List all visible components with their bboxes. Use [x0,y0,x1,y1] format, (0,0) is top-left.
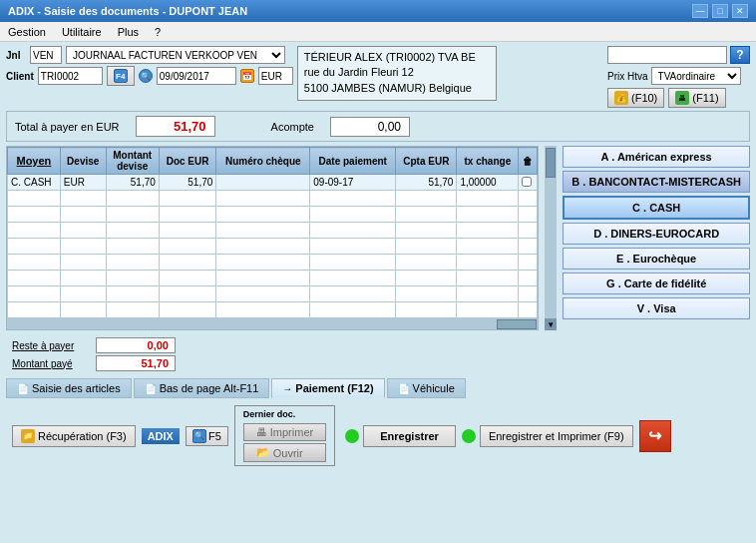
tab-bas-de-page[interactable]: 📄 Bas de page Alt-F11 [134,378,270,398]
menu-gestion[interactable]: Gestion [4,25,50,39]
payment-table: Moyen Devise Montantdevise Doc EUR Numér… [7,147,538,318]
menu-utilitaire[interactable]: Utilitaire [58,25,106,39]
recuperation-icon: 📁 [21,429,35,443]
scroll-down-arrow[interactable]: ▼ [545,318,557,330]
jnl-code-input[interactable] [30,46,62,64]
scrollbar-thumb-v [546,148,556,178]
cell-devise: EUR [60,175,106,191]
client-row: Client F4 🔍 📅 [6,66,293,86]
search-client-icon: 🔍 [139,69,153,83]
montant-label: Montant payé [12,358,92,369]
imprimer-icon: 🖶 [256,426,267,438]
reste-label: Reste à payer [12,340,92,351]
client-label: Client [6,71,34,82]
client-code-input[interactable] [38,67,103,85]
enregistrer-imprimer-button[interactable]: Enregistrer et Imprimer (F9) [480,425,633,447]
f4-button[interactable]: F4 [107,66,135,86]
prix-label: Prix Htva [607,71,648,82]
cell-date-paiement: 09-09-17 [310,175,396,191]
exit-icon: ↪ [648,426,661,445]
search-client-button[interactable]: 🔍 [139,69,153,84]
tab-paiement-icon: → [282,383,292,394]
payment-table-container: Moyen Devise Montantdevise Doc EUR Numér… [6,146,539,330]
close-button[interactable]: ✕ [732,4,748,18]
address-line3: 5100 JAMBES (NAMUR) Belgique [304,81,490,96]
journal-row: Jnl JOURNAAL FACTUREN VERKOOP VEN [6,46,293,64]
address-line2: rue du Jardin Fleuri 12 [304,65,490,80]
calendar-button[interactable]: 📅 [240,69,254,84]
reste-row: Reste à payer 0,00 [12,337,744,353]
reste-value: 0,00 [96,337,176,353]
col-doc-eur: Doc EUR [159,148,216,175]
btn-cash[interactable]: C . CASH [563,196,750,220]
help-button[interactable]: ? [730,46,750,64]
col-date-paiement: Date paiement [310,148,396,175]
btn-fidelite[interactable]: G . Carte de fidélité [563,272,750,294]
col-moyen: Moyen [8,148,61,175]
cell-cpta-eur: 51,70 [396,175,457,191]
total-value: 51,70 [136,116,215,137]
btn-diners[interactable]: D . DINERS-EUROCARD [563,223,750,245]
table-row [8,191,538,207]
f5-button[interactable]: 🔍 F5 [186,426,228,446]
menu-bar: Gestion Utilitaire Plus ? [0,22,756,42]
f5-icon: 🔍 [192,429,206,443]
tab-bas-icon: 📄 [145,383,157,394]
cell-montant: 51,70 [106,175,159,191]
bottom-totals: Reste à payer 0,00 Montant payé 51,70 [6,334,750,374]
cell-moyen: C. CASH [8,175,61,191]
ouvrir-label: Ouvrir [273,447,303,459]
exit-button[interactable]: ↪ [639,420,671,452]
window-controls: — □ ✕ [692,4,748,18]
minimize-button[interactable]: — [692,4,708,18]
journal-dropdown[interactable]: JOURNAAL FACTUREN VERKOOP VEN [66,46,285,64]
tab-vehicule[interactable]: 📄 Véhicule [387,378,466,398]
menu-help[interactable]: ? [151,25,165,39]
btn-bancontact[interactable]: B . BANCONTACT-MISTERCASH [563,171,750,193]
cell-num-cheque [216,175,310,191]
address-box: TÉRIEUR ALEX (TRI0002) TVA BE rue du Jar… [297,46,497,101]
f11-button[interactable]: 🖶 (F11) [668,88,725,108]
tab-articles-label: Saisie des articles [32,382,121,394]
enregistrer-imprimer-label: Enregistrer et Imprimer (F9) [489,430,624,442]
f10-icon: 💰 [614,91,628,105]
currency-input[interactable] [258,67,293,85]
last-doc-group: Dernier doc. 🖶 Imprimer 📂 Ouvrir [234,405,335,466]
total-label: Total à payer en EUR [15,121,120,133]
ouvrir-icon: 📂 [256,446,270,459]
bottom-bar: 📁 Récupération (F3) ADIX 🔍 F5 Dernier do… [6,402,750,469]
tab-articles[interactable]: 📄 Saisie des articles [6,378,132,398]
tab-paiement[interactable]: → Paiement (F12) [271,378,384,398]
tva-dropdown[interactable]: TVAordinaire [651,67,741,85]
cell-tx-change: 1,00000 [457,175,519,191]
horizontal-scrollbar[interactable] [7,318,538,329]
vertical-scrollbar[interactable]: ▼ [545,146,557,330]
cell-doc-eur: 51,70 [159,175,216,191]
menu-plus[interactable]: Plus [114,25,143,39]
address-line1: TÉRIEUR ALEX (TRI0002) TVA BE [304,50,490,65]
window-title: ADIX - Saisie des documents - DUPONT JEA… [8,5,247,17]
status-dot2 [462,429,476,443]
f10-button[interactable]: 💰 (F10) [607,88,664,108]
cell-checkbox[interactable] [519,175,538,191]
tab-bas-label: Bas de page Alt-F11 [160,382,259,394]
recuperation-button[interactable]: 📁 Récupération (F3) [12,425,136,447]
last-doc-title: Dernier doc. [243,409,326,419]
table-row [8,223,538,239]
status-dot [345,429,359,443]
table-row[interactable]: C. CASH EUR 51,70 51,70 09-09-17 51,70 1… [8,175,538,191]
date-input[interactable] [157,67,236,85]
payment-buttons: A . Américan express B . BANCONTACT-MIST… [563,146,750,330]
enregistrer-button[interactable]: Enregistrer [363,425,456,447]
btn-eurocheque[interactable]: E . Eurochèque [563,248,750,270]
btn-american-express[interactable]: A . Américan express [563,146,750,168]
f11-icon: 🖶 [675,91,689,105]
f4-icon: F4 [114,69,128,83]
maximize-button[interactable]: □ [712,4,728,18]
table-row [8,207,538,223]
tab-paiement-label: Paiement (F12) [295,382,373,394]
btn-visa[interactable]: V . Visa [563,297,750,319]
ouvrir-button[interactable]: 📂 Ouvrir [243,443,326,462]
search-input[interactable] [607,46,727,64]
imprimer-button[interactable]: 🖶 Imprimer [243,423,326,441]
